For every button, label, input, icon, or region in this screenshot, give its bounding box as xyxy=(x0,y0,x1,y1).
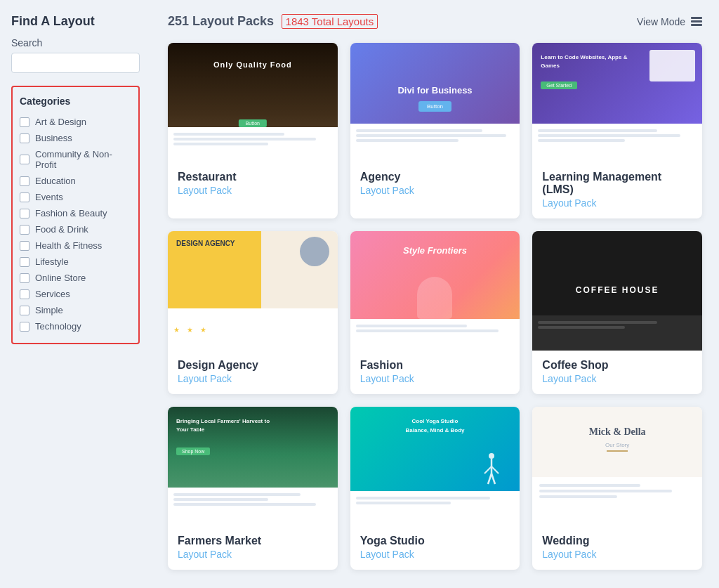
card-title-lms: Learning Management (LMS) xyxy=(542,171,692,196)
categories-list: Art & Design Business Community & Non-Pr… xyxy=(20,114,131,334)
card-title-yoga-studio: Yoga Studio xyxy=(360,535,510,547)
card-subtitle-agency: Layout Pack xyxy=(360,185,510,196)
sidebar-title: Find A Layout xyxy=(11,14,140,29)
card-info-agency: AgencyLayout Pack xyxy=(350,162,520,206)
category-checkbox-online-store[interactable] xyxy=(20,273,29,283)
category-item-business[interactable]: Business xyxy=(20,130,131,146)
category-checkbox-simple[interactable] xyxy=(20,306,29,315)
card-title-coffee-shop: Coffee Shop xyxy=(542,359,692,372)
card-info-lms: Learning Management (LMS)Layout Pack xyxy=(532,162,702,218)
layout-count-area: 251 Layout Packs 1843 Total Layouts xyxy=(168,14,378,29)
search-input[interactable] xyxy=(11,53,140,73)
card-preview-fashion: Style Frontiers xyxy=(350,231,520,351)
category-label-fashion-beauty: Fashion & Beauty xyxy=(35,208,107,218)
category-item-lifestyle[interactable]: Lifestyle xyxy=(20,254,131,270)
card-preview-coffee-shop: COFFEE HOUSE xyxy=(532,231,702,351)
category-label-art-design: Art & Design xyxy=(35,117,86,127)
svg-point-0 xyxy=(489,453,494,459)
category-label-services: Services xyxy=(35,289,70,299)
card-yoga-studio[interactable]: Cool Yoga StudioBalance, Mind & Body Yog… xyxy=(350,407,520,570)
category-item-technology[interactable]: Technology xyxy=(20,318,131,334)
search-label: Search xyxy=(11,37,140,48)
svg-line-3 xyxy=(492,466,499,473)
total-layouts: 1843 Total Layouts xyxy=(282,14,378,29)
category-item-health-fitness[interactable]: Health & Fitness xyxy=(20,237,131,254)
category-checkbox-health-fitness[interactable] xyxy=(20,241,29,251)
category-checkbox-community[interactable] xyxy=(20,155,29,164)
card-subtitle-coffee-shop: Layout Pack xyxy=(542,373,692,384)
card-wedding[interactable]: Mick & DellaOur StoryWeddingLayout Pack xyxy=(532,407,702,570)
category-checkbox-education[interactable] xyxy=(20,176,29,186)
category-label-online-store: Online Store xyxy=(35,273,86,283)
card-info-coffee-shop: Coffee ShopLayout Pack xyxy=(532,351,702,394)
main-content: 251 Layout Packs 1843 Total Layouts View… xyxy=(151,0,719,588)
category-label-simple: Simple xyxy=(35,305,63,315)
card-title-fashion: Fashion xyxy=(360,359,510,372)
category-label-business: Business xyxy=(35,133,72,143)
category-label-food-drink: Food & Drink xyxy=(35,224,88,235)
view-mode-icon xyxy=(691,17,702,26)
category-checkbox-art-design[interactable] xyxy=(20,117,29,127)
category-label-education: Education xyxy=(35,176,76,186)
view-mode-label: View Mode xyxy=(637,16,685,27)
card-title-restaurant: Restaurant xyxy=(178,171,328,183)
card-info-farmers-market: Farmers MarketLayout Pack xyxy=(168,526,338,570)
category-item-art-design[interactable]: Art & Design xyxy=(20,114,131,130)
svg-line-4 xyxy=(488,473,492,484)
card-title-design-agency: Design Agency xyxy=(178,359,328,372)
card-info-design-agency: Design AgencyLayout Pack xyxy=(168,351,338,394)
card-subtitle-restaurant: Layout Pack xyxy=(178,185,328,196)
layout-grid: Only Quality FoodButtonRestaurantLayout … xyxy=(168,43,702,570)
card-preview-agency: Divi for BusinessButton xyxy=(350,43,520,162)
category-checkbox-fashion-beauty[interactable] xyxy=(20,209,29,218)
category-item-education[interactable]: Education xyxy=(20,173,131,189)
card-subtitle-yoga-studio: Layout Pack xyxy=(360,549,510,560)
main-header: 251 Layout Packs 1843 Total Layouts View… xyxy=(168,14,702,29)
categories-box: Categories Art & Design Business Communi… xyxy=(11,86,140,344)
card-preview-farmers-market: Bringing Local Farmers' Harvest to Your … xyxy=(168,407,338,526)
card-title-wedding: Wedding xyxy=(542,535,692,547)
card-subtitle-wedding: Layout Pack xyxy=(542,549,692,560)
card-info-restaurant: RestaurantLayout Pack xyxy=(168,162,338,206)
svg-line-2 xyxy=(484,466,492,473)
category-checkbox-business[interactable] xyxy=(20,133,29,143)
card-subtitle-farmers-market: Layout Pack xyxy=(178,549,328,560)
category-item-services[interactable]: Services xyxy=(20,286,131,302)
card-title-agency: Agency xyxy=(360,171,510,183)
card-farmers-market[interactable]: Bringing Local Farmers' Harvest to Your … xyxy=(168,407,338,570)
card-info-yoga-studio: Yoga StudioLayout Pack xyxy=(350,526,520,570)
card-subtitle-lms: Layout Pack xyxy=(542,197,692,209)
card-preview-yoga-studio: Cool Yoga StudioBalance, Mind & Body xyxy=(350,407,520,526)
category-checkbox-lifestyle[interactable] xyxy=(20,257,29,267)
category-item-community[interactable]: Community & Non-Profit xyxy=(20,146,131,173)
card-preview-lms: Learn to Code Websites, Apps & GamesGet … xyxy=(532,43,702,162)
category-item-events[interactable]: Events xyxy=(20,189,131,205)
category-label-community: Community & Non-Profit xyxy=(35,149,131,170)
svg-line-5 xyxy=(492,473,495,484)
layout-count: 251 Layout Packs xyxy=(168,14,274,28)
card-design-agency[interactable]: DESIGN AGENCY★★★Design AgencyLayout Pack xyxy=(168,231,338,394)
category-label-health-fitness: Health & Fitness xyxy=(35,240,102,251)
card-agency[interactable]: Divi for BusinessButtonAgencyLayout Pack xyxy=(350,43,520,218)
card-info-wedding: WeddingLayout Pack xyxy=(532,526,702,570)
card-lms[interactable]: Learn to Code Websites, Apps & GamesGet … xyxy=(532,43,702,218)
card-preview-wedding: Mick & DellaOur Story xyxy=(532,407,702,526)
categories-title: Categories xyxy=(20,96,131,107)
category-item-online-store[interactable]: Online Store xyxy=(20,270,131,286)
category-checkbox-events[interactable] xyxy=(20,192,29,202)
card-restaurant[interactable]: Only Quality FoodButtonRestaurantLayout … xyxy=(168,43,338,218)
card-info-fashion: FashionLayout Pack xyxy=(350,351,520,394)
card-subtitle-design-agency: Layout Pack xyxy=(178,373,328,384)
sidebar: Find A Layout Search Categories Art & De… xyxy=(0,0,151,588)
category-checkbox-technology[interactable] xyxy=(20,322,29,332)
card-title-farmers-market: Farmers Market xyxy=(178,535,328,547)
card-fashion[interactable]: Style FrontiersFashionLayout Pack xyxy=(350,231,520,394)
card-coffee-shop[interactable]: COFFEE HOUSECoffee ShopLayout Pack xyxy=(532,231,702,394)
category-checkbox-food-drink[interactable] xyxy=(20,225,29,235)
category-item-simple[interactable]: Simple xyxy=(20,302,131,318)
card-preview-restaurant: Only Quality FoodButton xyxy=(168,43,338,162)
category-item-food-drink[interactable]: Food & Drink xyxy=(20,221,131,237)
category-item-fashion-beauty[interactable]: Fashion & Beauty xyxy=(20,205,131,221)
view-mode-toggle[interactable]: View Mode xyxy=(637,16,702,27)
category-checkbox-services[interactable] xyxy=(20,289,29,299)
